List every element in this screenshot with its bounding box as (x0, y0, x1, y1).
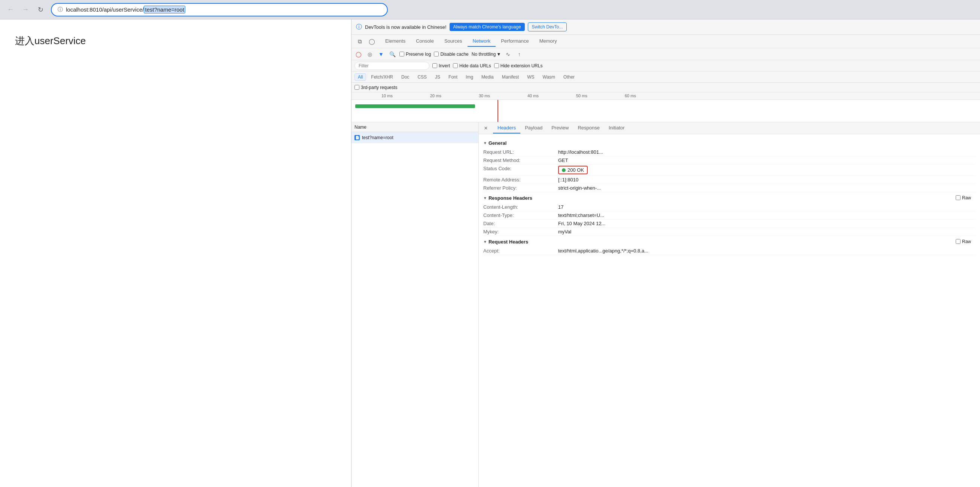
tab-console[interactable]: Console (410, 36, 439, 47)
filter-button[interactable]: ▼ (377, 50, 385, 58)
filter-type-manifest[interactable]: Manifest (499, 73, 522, 81)
request-headers-section-title: Request Headers (483, 236, 528, 247)
throttling-select[interactable]: No throttling ▼ (472, 52, 501, 57)
address-text: localhost:8010/api/userService/test?name… (66, 6, 185, 13)
content-length-row: Content-Length: 17 (483, 203, 975, 211)
network-conditions-icon[interactable]: ∿ (504, 50, 512, 58)
reload-button[interactable]: ↻ (35, 4, 46, 16)
ruler-mark-20ms: 20 ms (430, 94, 441, 98)
tab-network[interactable]: Network (468, 36, 496, 47)
devtools-icons: ⧉ ◯ (355, 36, 377, 47)
filter-type-other[interactable]: Other (560, 73, 578, 81)
switch-devtools-button[interactable]: Switch DevTo... (528, 22, 567, 32)
request-type-icon: 📄 (355, 135, 360, 140)
date-key: Date: (483, 220, 558, 226)
request-method-value: GET (558, 157, 568, 163)
request-headers-raw-label[interactable]: Raw (956, 239, 971, 244)
tab-performance[interactable]: Performance (496, 36, 534, 47)
back-button[interactable]: ← (5, 4, 16, 16)
response-headers-raw-checkbox[interactable] (956, 195, 961, 200)
tab-memory[interactable]: Memory (534, 36, 562, 47)
accept-key: Accept: (483, 248, 558, 254)
forward-button[interactable]: → (19, 4, 32, 16)
address-bar[interactable]: ⓘ localhost:8010/api/userService/test?na… (51, 3, 388, 16)
invert-checkbox[interactable] (432, 63, 437, 68)
page-title: 进入userService (15, 35, 336, 48)
hide-data-urls-text: Hide data URLs (459, 63, 491, 68)
content-length-key: Content-Length: (483, 204, 558, 210)
status-code-key: Status Code: (483, 166, 558, 174)
device-toolbar-icon[interactable]: ◯ (366, 36, 377, 47)
network-main: Name 📄 test?name=root × Headers Payload … (352, 122, 980, 487)
hide-data-urls-label[interactable]: Hide data URLs (453, 63, 491, 68)
disable-cache-checkbox-label[interactable]: Disable cache (434, 52, 468, 57)
search-button[interactable]: 🔍 (388, 50, 396, 58)
timeline-area: 10 ms 20 ms 30 ms 40 ms 50 ms 60 ms (352, 92, 980, 122)
tab-elements[interactable]: Elements (380, 36, 410, 47)
match-language-button[interactable]: Always match Chrome's language (450, 23, 525, 31)
third-party-row: 3rd-party requests (352, 82, 980, 92)
tab-sources[interactable]: Sources (439, 36, 468, 47)
accept-row: Accept: text/html,applicatio...ge/apng,*… (483, 247, 975, 255)
referrer-policy-row: Referrer Policy: strict-origin-when-... (483, 184, 975, 192)
request-url-key: Request URL: (483, 149, 558, 155)
headers-content: General Request URL: http://localhost:80… (479, 134, 980, 258)
hide-data-urls-checkbox[interactable] (453, 63, 458, 68)
throttling-dropdown-icon: ▼ (496, 52, 501, 57)
preserve-log-checkbox[interactable] (399, 52, 404, 57)
remote-address-key: Remote Address: (483, 177, 558, 182)
hide-extension-urls-text: Hide extension URLs (501, 63, 543, 68)
devtools-tabs-bar: ⧉ ◯ Elements Console Sources Network Per… (352, 35, 980, 48)
third-party-label: 3rd-party requests (361, 85, 397, 90)
filter-type-font[interactable]: Font (445, 73, 461, 81)
export-icon[interactable]: ↑ (515, 50, 523, 58)
response-headers-raw-label[interactable]: Raw (956, 195, 971, 200)
record-button[interactable]: ◯ (355, 50, 363, 58)
filter-type-doc[interactable]: Doc (398, 73, 412, 81)
status-code-value: 200 OK (558, 166, 588, 174)
request-name: test?name=root (362, 135, 393, 140)
tab-initiator[interactable]: Initiator (604, 123, 629, 133)
hide-extension-urls-checkbox[interactable] (494, 63, 499, 68)
ruler-mark-50ms: 50 ms (576, 94, 587, 98)
main-area: 进入userService (0, 19, 351, 487)
url-highlight: test?name=root (144, 6, 185, 13)
name-column-header: Name (355, 125, 366, 130)
hide-extension-urls-label[interactable]: Hide extension URLs (494, 63, 543, 68)
filter-type-ws[interactable]: WS (524, 73, 538, 81)
filter-type-wasm[interactable]: Wasm (539, 73, 559, 81)
filter-type-media[interactable]: Media (478, 73, 497, 81)
tab-payload[interactable]: Payload (520, 123, 547, 133)
disable-cache-checkbox[interactable] (434, 52, 439, 57)
request-list-item[interactable]: 📄 test?name=root (352, 132, 478, 143)
close-panel-button[interactable]: × (482, 124, 490, 132)
filter-type-css[interactable]: CSS (414, 73, 430, 81)
tab-headers[interactable]: Headers (493, 123, 520, 133)
devtools-panel: ⓘ DevTools is now available in Chinese! … (351, 19, 980, 487)
preserve-log-checkbox-label[interactable]: Preserve log (399, 52, 431, 57)
request-url-value: http://localhost:801... (558, 149, 603, 155)
inspect-element-icon[interactable]: ⧉ (355, 36, 365, 47)
filter-input[interactable] (355, 62, 430, 70)
filter-type-img[interactable]: Img (462, 73, 477, 81)
third-party-checkbox-label[interactable]: 3rd-party requests (355, 85, 397, 90)
filter-type-fetch-xhr[interactable]: Fetch/XHR (368, 73, 396, 81)
clear-button[interactable]: ◎ (366, 50, 374, 58)
tab-preview[interactable]: Preview (547, 123, 573, 133)
timeline-ruler: 10 ms 20 ms 30 ms 40 ms 50 ms 60 ms (352, 92, 980, 100)
third-party-checkbox[interactable] (355, 85, 360, 90)
invert-checkbox-label[interactable]: Invert (432, 63, 450, 68)
content-type-value: text/html;charset=U... (558, 213, 604, 218)
content-type-key: Content-Type: (483, 213, 558, 218)
request-headers-raw-checkbox[interactable] (956, 239, 961, 244)
url-prefix: localhost:8010/api/userService/ (66, 6, 144, 13)
filter-type-all[interactable]: All (355, 73, 366, 81)
request-list-header: Name (352, 122, 478, 132)
info-icon: ⓘ (58, 6, 63, 13)
tab-response[interactable]: Response (573, 123, 604, 133)
request-url-row: Request URL: http://localhost:801... (483, 148, 975, 156)
request-list-pane: Name 📄 test?name=root (352, 122, 479, 487)
invert-label: Invert (439, 63, 450, 68)
filter-type-js[interactable]: JS (432, 73, 444, 81)
ruler-mark-60ms: 60 ms (625, 94, 636, 98)
